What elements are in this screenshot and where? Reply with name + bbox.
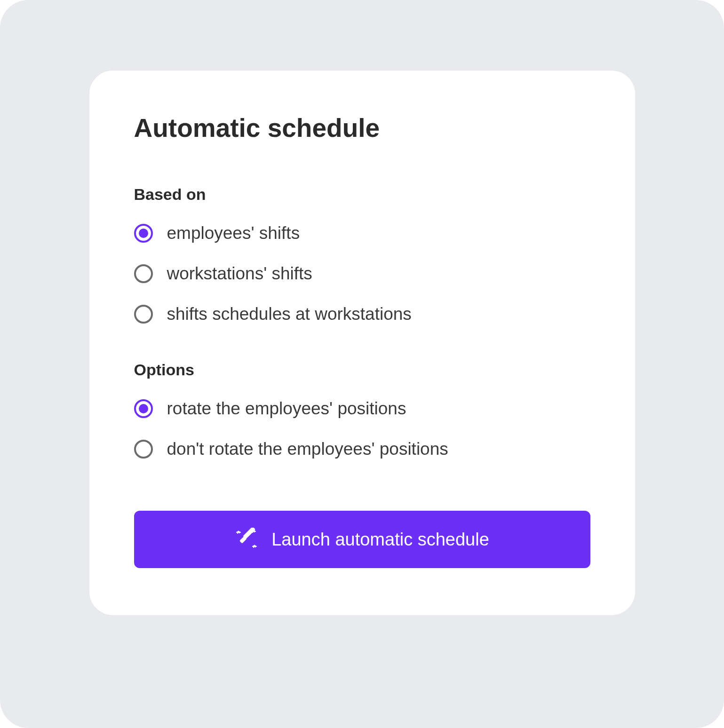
magic-wand-icon xyxy=(235,528,258,551)
radio-label: rotate the employees' positions xyxy=(167,399,406,419)
radio-icon xyxy=(134,264,153,283)
radio-dont-rotate-positions[interactable]: don't rotate the employees' positions xyxy=(134,439,590,459)
radio-label: shifts schedules at workstations xyxy=(167,304,412,324)
radio-shifts-schedules-workstations[interactable]: shifts schedules at workstations xyxy=(134,304,590,324)
based-on-radio-group: employees' shifts workstations' shifts s… xyxy=(134,223,590,324)
radio-label: employees' shifts xyxy=(167,223,300,243)
radio-icon xyxy=(134,399,153,418)
radio-label: workstations' shifts xyxy=(167,264,312,284)
radio-icon xyxy=(134,440,153,459)
page-background: Automatic schedule Based on employees' s… xyxy=(0,0,724,728)
based-on-label: Based on xyxy=(134,185,590,204)
card-title: Automatic schedule xyxy=(134,113,590,143)
automatic-schedule-card: Automatic schedule Based on employees' s… xyxy=(89,71,635,615)
options-label: Options xyxy=(134,361,590,379)
launch-button-label: Launch automatic schedule xyxy=(271,530,489,550)
radio-rotate-positions[interactable]: rotate the employees' positions xyxy=(134,399,590,419)
launch-automatic-schedule-button[interactable]: Launch automatic schedule xyxy=(134,511,590,568)
radio-icon xyxy=(134,224,153,243)
options-radio-group: rotate the employees' positions don't ro… xyxy=(134,399,590,459)
radio-label: don't rotate the employees' positions xyxy=(167,439,448,459)
radio-icon xyxy=(134,305,153,324)
radio-workstations-shifts[interactable]: workstations' shifts xyxy=(134,264,590,284)
radio-employees-shifts[interactable]: employees' shifts xyxy=(134,223,590,243)
